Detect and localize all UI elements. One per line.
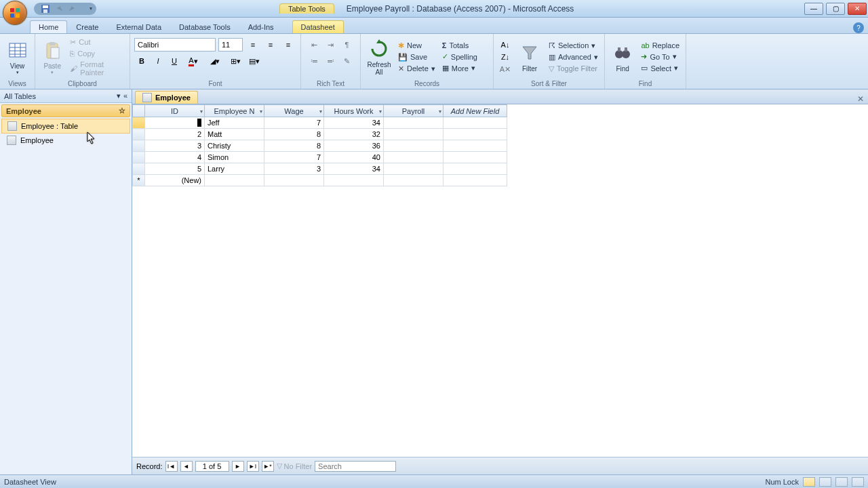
goto-button[interactable]: ➜Go To ▾	[639, 52, 682, 62]
help-button[interactable]: ?	[853, 22, 864, 33]
cell-payroll[interactable]	[384, 129, 443, 140]
sort-asc-button[interactable]: A↓	[498, 39, 513, 51]
font-size-combo[interactable]	[218, 38, 243, 52]
spelling-button[interactable]: ✓Spelling	[440, 52, 479, 62]
numbering-button[interactable]: ≕	[323, 54, 338, 68]
toggle-filter-button[interactable]: ▽Toggle Filter	[547, 64, 600, 74]
row-selector[interactable]	[133, 129, 145, 140]
chevron-down-icon[interactable]: ▾	[200, 108, 203, 114]
highlight-button[interactable]: ✎	[340, 54, 355, 68]
datasheet-grid[interactable]: ID▾ Employee N▾ Wage▾ Hours Work▾ Payrol…	[132, 104, 868, 457]
record-position-input[interactable]	[195, 461, 229, 472]
alternate-fill-button[interactable]: ▤▾	[245, 54, 263, 68]
increase-indent-button[interactable]: ⇥	[323, 38, 338, 52]
new-record-button[interactable]: ✱New	[396, 41, 437, 51]
cell-name[interactable]: Larry	[205, 163, 264, 175]
row-selector[interactable]	[133, 140, 145, 152]
cell-name[interactable]: Simon	[205, 152, 264, 163]
column-header-wage[interactable]: Wage▾	[264, 105, 324, 117]
refresh-all-button[interactable]: Refresh All	[365, 37, 393, 77]
column-header-hours[interactable]: Hours Work▾	[324, 105, 384, 117]
first-record-button[interactable]: I◄	[165, 461, 178, 472]
tab-home[interactable]: Home	[30, 20, 67, 33]
cell-id[interactable]: 3	[145, 140, 205, 152]
replace-button[interactable]: abReplace	[639, 41, 682, 50]
gridlines-button[interactable]: ⊞▾	[226, 54, 244, 68]
table-row[interactable]: 5 Larry 3 34	[133, 163, 507, 175]
cell-addfield[interactable]	[443, 129, 507, 140]
cell-payroll[interactable]	[384, 163, 443, 175]
undo-icon[interactable]	[54, 4, 64, 14]
column-header-id[interactable]: ID▾	[145, 105, 205, 117]
row-selector[interactable]	[133, 152, 145, 163]
totals-button[interactable]: ΣTotals	[440, 41, 479, 50]
pivot-table-view-button[interactable]	[819, 477, 831, 487]
qat-customize-icon[interactable]: ▾	[90, 5, 92, 12]
nav-item-employee-table[interactable]: Employee : Table	[1, 119, 130, 134]
tab-database-tools[interactable]: Database Tools	[170, 20, 239, 33]
cell-addfield[interactable]	[443, 140, 507, 152]
nav-dropdown-icon[interactable]: ▾	[117, 92, 121, 100]
cell-payroll[interactable]	[384, 140, 443, 152]
ltr-button[interactable]: ¶	[340, 38, 355, 52]
cell-wage[interactable]: 8	[264, 129, 324, 140]
align-right-button[interactable]: ≡	[281, 38, 296, 52]
italic-button[interactable]: I	[151, 54, 165, 68]
cell-hours[interactable]: 34	[324, 117, 384, 129]
cell-hours[interactable]: 34	[324, 163, 384, 175]
cell-addfield[interactable]	[443, 152, 507, 163]
cell-payroll[interactable]	[384, 117, 443, 129]
selection-button[interactable]: ☈Selection ▾	[547, 41, 600, 51]
cell-name[interactable]: Matt	[205, 129, 264, 140]
nav-group-employee[interactable]: Employee☆	[1, 104, 130, 117]
last-record-button[interactable]: ►I	[247, 461, 259, 472]
delete-record-button[interactable]: ✕Delete ▾	[396, 64, 437, 74]
chevron-down-icon[interactable]: ▾	[439, 108, 441, 114]
nav-item-employee-query[interactable]: Employee	[1, 134, 130, 147]
tab-add-ins[interactable]: Add-Ins	[239, 20, 283, 33]
datasheet-view-button[interactable]	[803, 477, 815, 487]
cell-name[interactable]: Christy	[205, 140, 264, 152]
filter-button[interactable]: Filter	[515, 41, 544, 74]
font-name-combo[interactable]	[134, 38, 216, 52]
chevron-down-icon[interactable]: ▾	[260, 108, 262, 114]
bullets-button[interactable]: ≔	[307, 54, 322, 68]
cell-hours[interactable]: 32	[324, 129, 384, 140]
table-row[interactable]: 4 Simon 7 40	[133, 152, 507, 163]
sort-desc-button[interactable]: Z↓	[498, 51, 513, 63]
document-tab-employee[interactable]: Employee	[135, 91, 198, 104]
cell-wage[interactable]: 8	[264, 140, 324, 152]
table-row[interactable]: 2 Matt 8 32	[133, 129, 507, 140]
font-color-button[interactable]: A▾	[183, 54, 203, 68]
copy-button[interactable]: ⎘Copy	[68, 49, 125, 58]
cell-id[interactable]	[145, 117, 205, 129]
nav-group-collapse-icon[interactable]: ☆	[119, 106, 125, 115]
no-filter-indicator[interactable]: ▽No Filter	[277, 462, 313, 470]
pivot-chart-view-button[interactable]	[835, 477, 848, 487]
cell-addfield[interactable]	[443, 163, 507, 175]
office-button[interactable]	[3, 1, 27, 25]
save-icon[interactable]	[41, 4, 50, 14]
close-button[interactable]: ✕	[848, 3, 867, 15]
underline-button[interactable]: U	[167, 54, 182, 68]
table-row[interactable]: 3 Christy 8 36	[133, 140, 507, 152]
paste-button[interactable]: Paste▾	[39, 38, 65, 77]
format-painter-button[interactable]: 🖌Format Painter	[68, 60, 125, 77]
search-input[interactable]	[315, 461, 396, 472]
align-center-button[interactable]: ≡	[263, 38, 278, 52]
new-row[interactable]: * (New)	[133, 175, 507, 186]
design-view-button[interactable]	[852, 477, 864, 487]
select-all-corner[interactable]	[133, 105, 145, 117]
cell-wage[interactable]: 7	[264, 117, 324, 129]
clear-sort-button[interactable]: A✕	[498, 63, 513, 75]
column-header-employee-name[interactable]: Employee N▾	[205, 105, 264, 117]
cell-hours[interactable]: 36	[324, 140, 384, 152]
tab-external-data[interactable]: External Data	[107, 20, 170, 33]
tab-create[interactable]: Create	[67, 20, 107, 33]
cell-hours[interactable]: 40	[324, 152, 384, 163]
column-header-payroll[interactable]: Payroll▾	[384, 105, 443, 117]
nav-collapse-icon[interactable]: «	[123, 92, 127, 100]
cell-id-new[interactable]: (New)	[145, 175, 205, 186]
minimize-button[interactable]: —	[804, 3, 823, 15]
view-button[interactable]: View▾	[4, 38, 31, 77]
